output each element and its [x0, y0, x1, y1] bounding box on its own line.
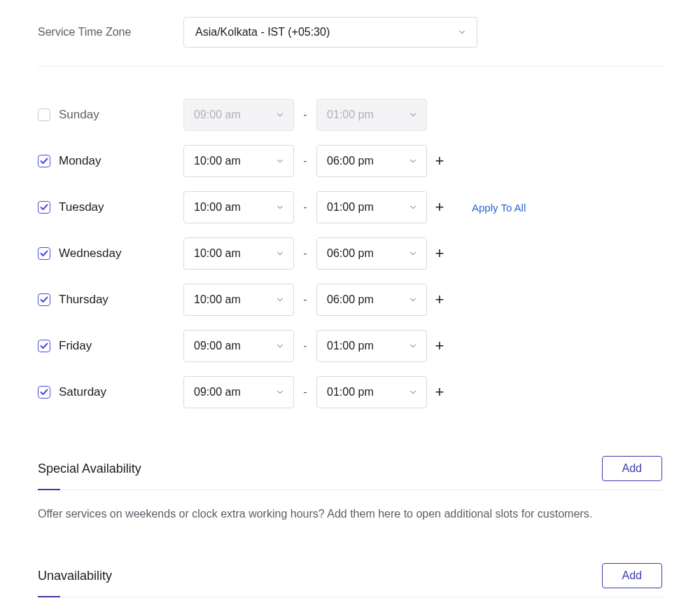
chevron-down-icon — [410, 389, 416, 396]
end-time-value: 06:00 pm — [327, 293, 374, 306]
end-time-select[interactable]: 06:00 pm — [316, 145, 427, 177]
day-name-label: Wednesday — [59, 247, 121, 261]
time-range-dash: - — [294, 247, 316, 260]
end-time-value: 01:00 pm — [327, 109, 374, 121]
checkbox-checked-icon[interactable] — [38, 340, 50, 352]
chevron-down-icon — [276, 342, 284, 349]
start-time-value: 09:00 am — [194, 109, 241, 121]
timezone-row: Service Time Zone Asia/Kolkata - IST (+0… — [38, 17, 662, 67]
chevron-down-icon — [410, 111, 416, 118]
section-description: Offer services on weekends or clock extr… — [38, 506, 662, 522]
start-time-select[interactable]: 10:00 am — [183, 237, 294, 270]
day-toggle[interactable]: Monday — [38, 154, 183, 168]
end-time-value: 01:00 pm — [327, 201, 374, 214]
section-title: Special Availability — [38, 462, 141, 476]
day-row: Sunday09:00 am-01:00 pm+ — [38, 92, 662, 138]
add-special-availability-button[interactable]: Add — [602, 456, 662, 481]
add-time-slot-button[interactable]: + — [427, 153, 452, 169]
time-range-dash: - — [294, 340, 316, 352]
end-time-select[interactable]: 06:00 pm — [316, 284, 427, 316]
section-header: Unavailability Add — [38, 563, 662, 597]
end-time-value: 01:00 pm — [327, 340, 374, 352]
start-time-select[interactable]: 10:00 am — [183, 191, 294, 223]
chevron-down-icon — [276, 111, 284, 118]
end-time-select: 01:00 pm — [316, 99, 427, 131]
chevron-down-icon — [276, 296, 284, 303]
chevron-down-icon — [458, 29, 465, 36]
start-time-value: 10:00 am — [194, 247, 241, 260]
start-time-select[interactable]: 10:00 am — [183, 284, 294, 316]
checkbox-checked-icon[interactable] — [38, 386, 50, 398]
day-name-label: Sunday — [59, 108, 99, 122]
end-time-value: 06:00 pm — [327, 247, 374, 260]
day-row: Friday09:00 am-01:00 pm+ — [38, 323, 662, 369]
day-name-label: Tuesday — [59, 200, 104, 214]
end-time-select[interactable]: 06:00 pm — [316, 237, 427, 270]
time-range-dash: - — [294, 293, 316, 306]
day-name-label: Thursday — [59, 293, 108, 307]
chevron-down-icon — [276, 250, 284, 257]
chevron-down-icon — [410, 342, 416, 349]
chevron-down-icon — [410, 296, 416, 303]
special-availability-section: Special Availability Add Offer services … — [38, 456, 662, 522]
day-toggle[interactable]: Thursday — [38, 293, 183, 307]
add-time-slot-button[interactable]: + — [427, 384, 452, 400]
day-toggle[interactable]: Tuesday — [38, 200, 183, 214]
end-time-select[interactable]: 01:00 pm — [316, 191, 427, 223]
day-toggle[interactable]: Wednesday — [38, 247, 183, 261]
end-time-select[interactable]: 01:00 pm — [316, 376, 427, 408]
apply-to-all-link[interactable]: Apply To All — [472, 202, 526, 214]
checkbox-checked-icon[interactable] — [38, 201, 50, 214]
checkbox-checked-icon[interactable] — [38, 155, 50, 167]
day-toggle[interactable]: Saturday — [38, 385, 183, 399]
time-range-dash: - — [294, 201, 316, 214]
timezone-select[interactable]: Asia/Kolkata - IST (+05:30) — [183, 17, 477, 48]
chevron-down-icon — [410, 204, 416, 211]
start-time-value: 10:00 am — [194, 293, 241, 306]
add-time-slot-button[interactable]: + — [427, 292, 452, 307]
day-name-label: Friday — [59, 339, 92, 353]
add-unavailability-button[interactable]: Add — [602, 563, 662, 588]
chevron-down-icon — [410, 250, 416, 257]
start-time-value: 10:00 am — [194, 201, 241, 214]
time-range-dash: - — [294, 386, 316, 398]
add-time-slot-button[interactable]: + — [427, 338, 452, 354]
start-time-select[interactable]: 09:00 am — [183, 330, 294, 362]
timezone-value: Asia/Kolkata - IST (+05:30) — [195, 26, 330, 39]
day-toggle[interactable]: Friday — [38, 339, 183, 353]
start-time-value: 09:00 am — [194, 340, 241, 352]
checkbox-checked-icon[interactable] — [38, 293, 50, 306]
timezone-label: Service Time Zone — [38, 26, 183, 39]
checkbox-unchecked-icon[interactable] — [38, 109, 50, 121]
start-time-value: 10:00 am — [194, 155, 241, 167]
end-time-value: 06:00 pm — [327, 155, 374, 167]
add-time-slot-button[interactable]: + — [427, 200, 452, 215]
add-time-slot-button[interactable]: + — [427, 246, 452, 261]
unavailability-section: Unavailability Add Block days off your s… — [38, 563, 662, 610]
section-title: Unavailability — [38, 569, 112, 583]
start-time-value: 09:00 am — [194, 386, 241, 398]
day-toggle[interactable]: Sunday — [38, 108, 183, 122]
day-row: Saturday09:00 am-01:00 pm+ — [38, 369, 662, 415]
start-time-select: 09:00 am — [183, 99, 294, 131]
chevron-down-icon — [276, 389, 284, 396]
working-hours-list: Sunday09:00 am-01:00 pm+Monday10:00 am-0… — [38, 92, 662, 415]
day-row: Thursday10:00 am-06:00 pm+ — [38, 277, 662, 323]
day-row: Monday10:00 am-06:00 pm+ — [38, 138, 662, 184]
start-time-select[interactable]: 10:00 am — [183, 145, 294, 177]
time-range-dash: - — [294, 155, 316, 167]
day-row: Tuesday10:00 am-01:00 pm+Apply To All — [38, 184, 662, 230]
chevron-down-icon — [276, 204, 284, 211]
start-time-select[interactable]: 09:00 am — [183, 376, 294, 408]
end-time-select[interactable]: 01:00 pm — [316, 330, 427, 362]
checkbox-checked-icon[interactable] — [38, 247, 50, 260]
time-range-dash: - — [294, 109, 316, 121]
end-time-value: 01:00 pm — [327, 386, 374, 398]
day-row: Wednesday10:00 am-06:00 pm+ — [38, 230, 662, 277]
day-name-label: Monday — [59, 154, 101, 168]
chevron-down-icon — [276, 158, 284, 165]
section-header: Special Availability Add — [38, 456, 662, 490]
chevron-down-icon — [410, 158, 416, 165]
day-name-label: Saturday — [59, 385, 106, 399]
